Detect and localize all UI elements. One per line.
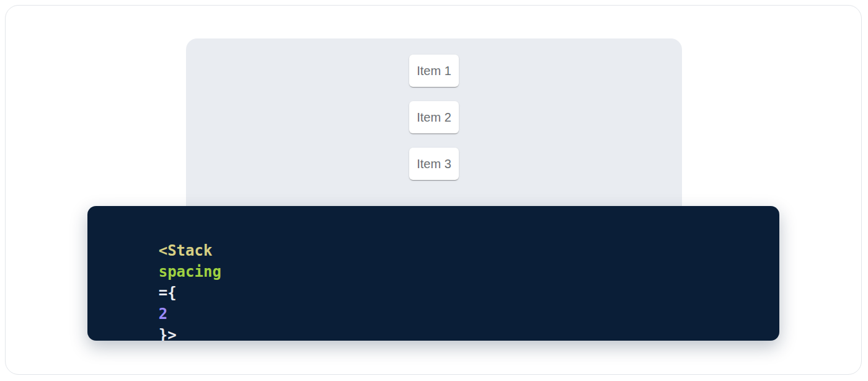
code-token: ={ [159,284,177,302]
code-block: <Stack spacing ={ 2 }> <Item> Item 1 </I… [87,206,779,341]
stack-item-3: Item 3 [409,148,459,180]
stack-item-1-label: Item 1 [417,64,451,78]
stack-item-2: Item 2 [409,101,459,133]
stack-item-2-label: Item 2 [417,110,451,125]
code-token: 2 [159,305,167,323]
stack-item-1: Item 1 [409,55,459,87]
screenshot-stage: Item 1 Item 2 Item 3 <Stack spacing ={ 2… [0,0,868,381]
stack-item-3-label: Item 3 [417,157,451,171]
code-token: <Stack [159,242,221,259]
code-token: }> [159,326,177,341]
code-line-stack-open: <Stack spacing ={ 2 }> [105,219,762,341]
code-token: spacing [159,263,221,280]
